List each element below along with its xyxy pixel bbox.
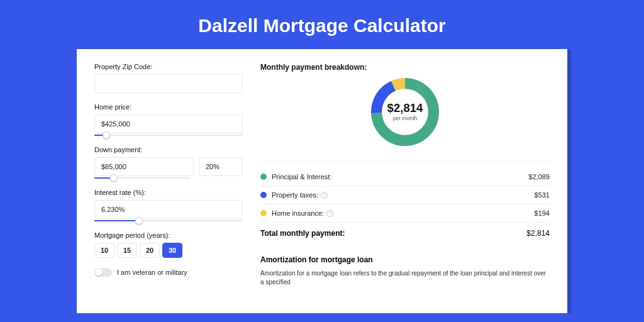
legend-value: $194 — [535, 209, 550, 217]
rate-slider[interactable] — [94, 220, 243, 221]
legend-value: $531 — [535, 191, 550, 199]
rate-label: Interest rate (%): — [94, 189, 243, 196]
donut-chart: $2,814 per month — [260, 72, 550, 155]
rate-slider-fill — [94, 220, 139, 221]
zip-label: Property Zip Code: — [94, 63, 243, 70]
donut-center-amount: $2,814 — [387, 101, 423, 114]
total-label: Total monthly payment: — [260, 229, 345, 238]
legend-label: Principal & Interest: — [272, 173, 528, 180]
legend-dot — [260, 210, 267, 216]
down-input[interactable] — [94, 157, 194, 176]
period-field: Mortgage period (years): 10152030 — [94, 231, 243, 258]
donut-center-sub: per month — [393, 115, 418, 121]
period-buttons: 10152030 — [94, 243, 243, 258]
price-input[interactable] — [94, 114, 243, 133]
total-value: $2,814 — [526, 229, 550, 238]
price-field: Home price: — [94, 103, 243, 136]
form-column: Property Zip Code: Home price: Down paym… — [94, 63, 243, 299]
legend-row: Property taxes: ?$531 — [260, 186, 550, 204]
period-btn-10[interactable]: 10 — [94, 243, 114, 258]
period-label: Mortgage period (years): — [94, 231, 243, 239]
legend-label: Property taxes: ? — [272, 191, 535, 199]
period-btn-30[interactable]: 30 — [162, 243, 182, 258]
breakdown-title: Monthly payment breakdown: — [260, 63, 550, 72]
veteran-label: I am veteran or military — [117, 269, 187, 276]
rate-field: Interest rate (%): — [94, 189, 243, 221]
down-field: Down payment: — [94, 146, 243, 179]
price-slider[interactable] — [94, 135, 243, 136]
breakdown-column: Monthly payment breakdown: $2,814 per mo… — [260, 63, 550, 299]
legend-dot — [260, 174, 267, 180]
down-slider[interactable] — [94, 177, 191, 179]
legend-row: Home insurance: ?$194 — [260, 204, 550, 222]
veteran-toggle[interactable] — [94, 268, 112, 277]
down-label: Down payment: — [94, 146, 243, 153]
rate-input[interactable] — [94, 200, 243, 219]
down-pct-input[interactable] — [199, 157, 243, 176]
down-slider-thumb[interactable] — [110, 174, 118, 182]
info-icon[interactable]: ? — [326, 210, 333, 217]
legend-value: $2,089 — [528, 173, 550, 180]
rate-slider-thumb[interactable] — [135, 217, 143, 225]
price-label: Home price: — [94, 103, 243, 111]
amort-title: Amortization for mortgage loan — [260, 255, 550, 264]
legend-label: Home insurance: ? — [272, 209, 535, 217]
page-title: Dalzell Mortgage Calculator — [0, 0, 644, 49]
legend-row: Principal & Interest:$2,089 — [260, 168, 550, 186]
total-row: Total monthly payment: $2,814 — [260, 222, 550, 247]
divider — [260, 161, 550, 162]
veteran-row: I am veteran or military — [94, 268, 243, 277]
period-btn-15[interactable]: 15 — [117, 243, 137, 258]
calculator-panel: Property Zip Code: Home price: Down paym… — [77, 49, 567, 313]
info-icon[interactable]: ? — [321, 192, 328, 199]
amort-text: Amortization for a mortgage loan refers … — [260, 269, 550, 287]
toggle-knob — [95, 269, 103, 276]
zip-input[interactable] — [94, 74, 243, 93]
legend-dot — [260, 192, 267, 198]
zip-field: Property Zip Code: — [94, 63, 243, 93]
period-btn-20[interactable]: 20 — [140, 243, 160, 258]
price-slider-thumb[interactable] — [103, 131, 110, 139]
